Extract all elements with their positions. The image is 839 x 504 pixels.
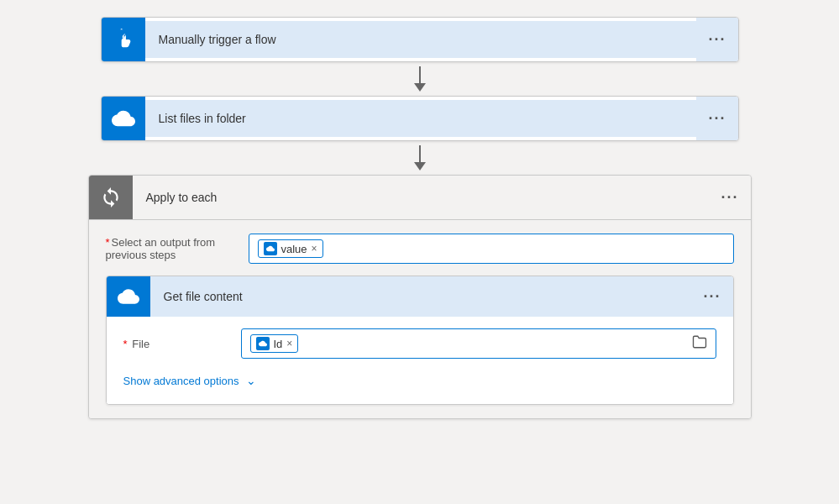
select-output-input[interactable]: value ×	[249, 234, 734, 264]
browse-folder-icon[interactable]	[692, 334, 707, 353]
id-token-icon	[256, 337, 270, 350]
cloud-id-token-svg	[259, 339, 267, 348]
trigger-icon	[102, 18, 145, 61]
file-label: * File	[123, 338, 241, 350]
list-files-title: List files in folder	[145, 100, 697, 137]
arrow-line-1	[419, 66, 421, 83]
arrow-head-1	[414, 83, 426, 92]
get-file-content-icon	[107, 276, 150, 317]
id-token-label: Id	[274, 338, 283, 350]
show-advanced-options[interactable]: Show advanced options ⌄	[123, 370, 716, 391]
cloud-inner-svg	[118, 286, 139, 307]
list-files-menu[interactable]: ···	[696, 97, 737, 140]
cloud-token-svg	[266, 244, 275, 253]
apply-to-each-menu[interactable]: ···	[709, 176, 750, 219]
file-required-marker: *	[123, 338, 128, 350]
apply-to-each-icon	[89, 176, 133, 219]
folder-svg-icon	[692, 334, 707, 349]
select-output-row: *Select an output from previous steps va…	[106, 234, 734, 264]
get-file-content-body: * File Id ×	[107, 317, 733, 404]
apply-to-each-body: *Select an output from previous steps va…	[89, 220, 751, 418]
value-token-remove[interactable]: ×	[312, 244, 317, 254]
cloud-svg-icon	[112, 107, 135, 130]
value-token-icon	[264, 242, 277, 255]
list-files-icon	[102, 97, 145, 140]
arrow-line-2	[419, 145, 421, 162]
id-token-remove[interactable]: ×	[286, 339, 292, 349]
file-token-input[interactable]: Id ×	[241, 328, 716, 359]
arrow-1	[414, 62, 426, 96]
apply-to-each-title: Apply to each	[133, 179, 710, 216]
id-token[interactable]: Id ×	[250, 334, 299, 353]
chevron-down-icon: ⌄	[246, 374, 256, 387]
file-input-row: * File Id ×	[123, 328, 716, 359]
get-file-content-card: Get file content ··· * File	[106, 276, 734, 405]
get-file-content-header: Get file content ···	[107, 276, 733, 317]
flow-canvas: Manually trigger a flow ··· List files i…	[0, 0, 839, 475]
touch-svg-icon	[112, 28, 135, 51]
select-output-required: *	[106, 236, 110, 249]
apply-to-each-header: Apply to each ···	[89, 176, 751, 220]
show-advanced-label: Show advanced options	[123, 375, 239, 387]
value-token-label: value	[281, 243, 307, 255]
arrow-2	[414, 141, 426, 175]
get-file-content-menu[interactable]: ···	[691, 278, 732, 316]
apply-to-each-container: Apply to each ··· *Select an output from…	[88, 175, 752, 419]
value-token[interactable]: value ×	[258, 239, 323, 258]
loop-svg-icon	[100, 186, 122, 208]
trigger-menu[interactable]: ···	[696, 18, 737, 61]
trigger-title: Manually trigger a flow	[145, 21, 697, 58]
get-file-content-title: Get file content	[150, 280, 692, 313]
arrow-head-2	[414, 162, 426, 171]
trigger-card: Manually trigger a flow ···	[101, 17, 739, 62]
list-files-card: List files in folder ···	[101, 96, 739, 141]
select-output-label: *Select an output from previous steps	[106, 236, 249, 261]
